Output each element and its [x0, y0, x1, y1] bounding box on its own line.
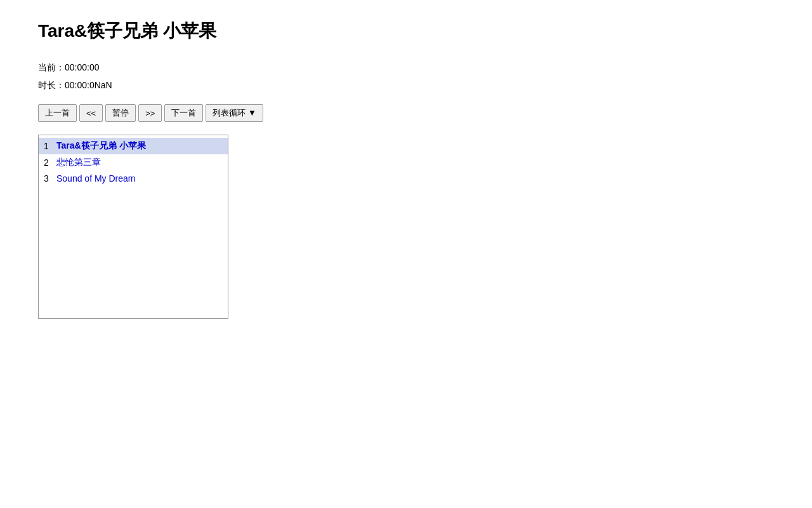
duration-time: 00:00:0NaN — [65, 80, 112, 90]
track-title[interactable]: 悲怆第三章 — [56, 157, 101, 168]
prev-button[interactable]: 上一首 — [38, 104, 77, 122]
rewind-button[interactable]: << — [79, 104, 103, 122]
pause-button[interactable]: 暂停 — [105, 104, 136, 122]
track-number: 3 — [44, 173, 53, 184]
list-item[interactable]: 1Tara&筷子兄弟 小苹果 — [39, 138, 228, 154]
track-title[interactable]: Tara&筷子兄弟 小苹果 — [56, 140, 146, 152]
duration-label: 时长： — [38, 80, 65, 90]
track-title[interactable]: Sound of My Dream — [56, 173, 136, 184]
forward-button[interactable]: >> — [138, 104, 162, 122]
next-button[interactable]: 下一首 — [164, 104, 203, 122]
track-number: 1 — [44, 141, 53, 151]
current-label: 当前： — [38, 62, 65, 72]
duration-line: 时长：00:00:0NaN — [38, 80, 774, 91]
track-number: 2 — [44, 157, 53, 168]
controls-bar: 上一首 << 暂停 >> 下一首 列表循环 ▼ — [38, 104, 774, 122]
page-title: Tara&筷子兄弟 小苹果 — [38, 19, 774, 43]
playlist: 1Tara&筷子兄弟 小苹果2悲怆第三章3Sound of My Dream — [38, 135, 228, 319]
list-item[interactable]: 2悲怆第三章 — [39, 154, 228, 171]
loop-button[interactable]: 列表循环 ▼ — [206, 104, 263, 122]
current-time-line: 当前：00:00:00 — [38, 62, 774, 74]
current-time: 00:00:00 — [65, 62, 100, 72]
list-item[interactable]: 3Sound of My Dream — [39, 171, 228, 186]
